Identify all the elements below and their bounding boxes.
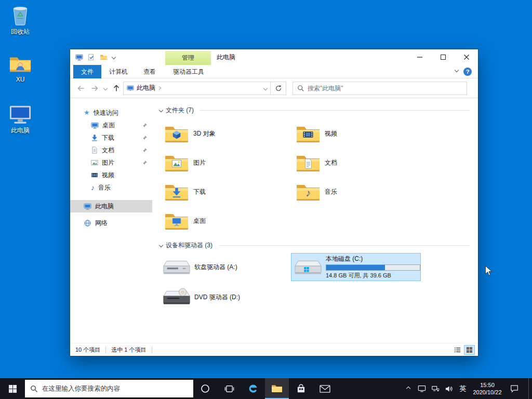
up-button[interactable]: [110, 82, 123, 95]
desktop-icon-this-pc[interactable]: 此电脑: [2, 104, 38, 134]
title-bar[interactable]: 管理 此电脑: [70, 49, 478, 65]
folder-tile-3d-objects[interactable]: 3D 对象: [159, 119, 291, 148]
folder-tile-videos[interactable]: 视频: [291, 119, 422, 148]
tab-computer[interactable]: 计算机: [101, 65, 136, 78]
qat-computer-icon[interactable]: [75, 54, 83, 61]
explorer-window: 管理 此电脑 文件 计算机 查看 驱动器工具 ?: [70, 49, 478, 356]
downloads-icon-small: [91, 134, 98, 141]
refresh-button[interactable]: [271, 82, 286, 95]
capacity-bar-fill: [326, 265, 385, 270]
drive-capacity-text: 14.8 GB 可用, 共 39.6 GB: [326, 272, 418, 280]
explorer-search-box[interactable]: [292, 82, 467, 95]
dvd-drive-icon: [163, 288, 191, 307]
pictures-icon-small: [91, 159, 98, 166]
folder-icon: [296, 153, 320, 172]
minimize-button[interactable]: [408, 49, 431, 65]
expand-ribbon-chevron-icon[interactable]: [455, 68, 459, 72]
collapse-chevron-icon[interactable]: [159, 108, 163, 112]
sidebar-item-quick-access[interactable]: ★ 快速访问: [70, 107, 152, 119]
close-button[interactable]: [455, 49, 478, 65]
3d-cube-emblem-icon: [171, 129, 182, 140]
devices-group-header[interactable]: 设备和驱动器 (3): [159, 241, 478, 250]
hard-drive-icon: [294, 258, 322, 276]
folder-icon: [165, 124, 189, 143]
taskbar: 英 15:50 2020/10/22: [0, 378, 532, 399]
download-arrow-emblem-icon: [171, 188, 182, 198]
taskbar-search-box[interactable]: [25, 380, 193, 397]
display-tray-icon[interactable]: [415, 378, 429, 399]
computer-monitor-icon: [9, 104, 32, 126]
sidebar-item-music[interactable]: ♪ 音乐: [70, 181, 152, 194]
sidebar-item-downloads[interactable]: 下载: [70, 131, 152, 144]
desktop-icon-small: [91, 122, 99, 129]
folder-icon: ♪: [296, 182, 320, 201]
start-button[interactable]: [0, 378, 25, 399]
task-view-button[interactable]: [217, 378, 241, 399]
file-explorer-button[interactable]: [265, 378, 289, 399]
show-desktop-button[interactable]: [528, 378, 532, 399]
address-breadcrumb[interactable]: 此电脑: [137, 84, 155, 92]
navigation-bar: 此电脑: [70, 78, 478, 98]
qat-customize-chevron-icon[interactable]: [112, 55, 116, 59]
large-icons-view-button[interactable]: [464, 345, 475, 355]
clock-date: 2020/10/22: [473, 389, 501, 395]
address-dropdown-chevron-icon[interactable]: [263, 86, 268, 90]
details-view-button[interactable]: [452, 345, 463, 355]
folder-tile-music[interactable]: ♪ 音乐: [291, 177, 422, 206]
explorer-search-input[interactable]: [308, 85, 462, 92]
folder-tile-desktop[interactable]: 桌面: [159, 206, 291, 235]
taskbar-search-input[interactable]: [42, 385, 188, 392]
network-tray-icon[interactable]: [429, 378, 442, 399]
store-button[interactable]: [289, 378, 313, 399]
qat-new-folder-icon[interactable]: [100, 54, 108, 60]
navigation-pane: ★ 快速访问 桌面: [70, 98, 152, 343]
action-center-button[interactable]: [504, 378, 524, 399]
sidebar-item-documents[interactable]: 文档: [70, 144, 152, 156]
quick-access-toolbar: [75, 49, 115, 65]
qat-properties-icon[interactable]: [88, 54, 95, 61]
quick-access-star-icon: ★: [84, 109, 90, 116]
forward-button[interactable]: [88, 82, 101, 95]
desktop-icon-recycle-bin[interactable]: 回收站: [2, 3, 38, 35]
windows-logo-icon: [8, 384, 17, 393]
breadcrumb-chevron-icon[interactable]: [157, 86, 161, 90]
recent-locations-chevron-icon[interactable]: [101, 87, 110, 90]
maximize-button[interactable]: [431, 49, 455, 65]
drive-tile-floppy-a[interactable]: 软盘驱动器 (A:): [159, 253, 289, 281]
back-button[interactable]: [74, 82, 88, 95]
volume-tray-icon[interactable]: [442, 378, 456, 399]
tab-drive-tools[interactable]: 驱动器工具: [165, 65, 212, 78]
network-globe-icon-small: [84, 219, 91, 227]
sidebar-item-videos[interactable]: 视频: [70, 169, 152, 181]
selected-count: 选中 1 个项目: [111, 346, 146, 354]
drive-tile-dvd-d[interactable]: DVD 驱动器 (D:): [159, 283, 289, 311]
music-note-icon-small: ♪: [91, 184, 95, 191]
desktop-icon-user-folder-xu[interactable]: XU: [2, 54, 38, 83]
folder-icon: [165, 211, 189, 230]
tab-view[interactable]: 查看: [136, 65, 164, 78]
folders-grid: 3D 对象: [159, 119, 478, 235]
folder-tile-pictures[interactable]: 图片: [159, 148, 291, 177]
mail-button[interactable]: [313, 378, 337, 399]
drive-tile-local-disk-c[interactable]: 本地磁盘 (C:) 14.8 GB 可用, 共 39.6 GB: [291, 253, 421, 281]
sidebar-item-desktop[interactable]: 桌面: [70, 119, 152, 131]
clock[interactable]: 15:50 2020/10/22: [470, 378, 504, 399]
pin-icon: [142, 123, 148, 128]
sidebar-item-network[interactable]: 网络: [70, 217, 152, 229]
window-title: 此电脑: [217, 49, 235, 65]
help-button[interactable]: ?: [463, 68, 472, 76]
folder-tile-documents[interactable]: 文档: [291, 148, 422, 177]
sidebar-item-this-pc[interactable]: 此电脑: [70, 200, 152, 212]
ribbon-tabs: 文件 计算机 查看 驱动器工具 ?: [70, 65, 478, 78]
sidebar-item-pictures[interactable]: 图片: [70, 156, 152, 169]
cortana-button[interactable]: [193, 378, 217, 399]
folders-group-header[interactable]: 文件夹 (7): [159, 105, 478, 115]
edge-button[interactable]: [241, 378, 265, 399]
ime-indicator[interactable]: 英: [456, 378, 470, 399]
contextual-tab-group-manage[interactable]: 管理: [165, 51, 211, 65]
address-bar[interactable]: 此电脑: [123, 82, 271, 95]
hidden-icons-button[interactable]: [402, 378, 415, 399]
collapse-chevron-icon[interactable]: [159, 243, 163, 247]
tab-file[interactable]: 文件: [73, 65, 101, 78]
folder-tile-downloads[interactable]: 下载: [159, 177, 291, 206]
